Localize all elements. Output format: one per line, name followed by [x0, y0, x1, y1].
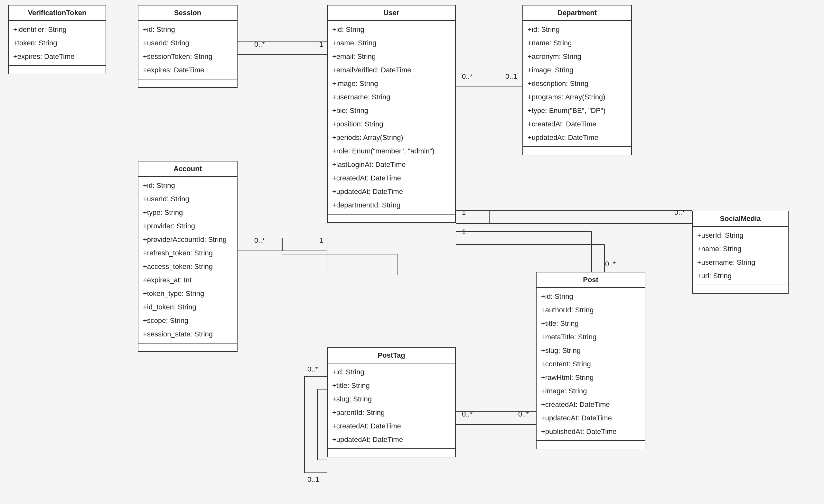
rel-session-user-right: 1 [319, 40, 323, 48]
attribute-row: +createdAt: DateTime [332, 171, 451, 185]
entity-title: User [328, 5, 455, 21]
attribute-row: +programs: Array(String) [528, 90, 627, 104]
entity-attrs: +id: String+name: String+acronym: String… [523, 21, 631, 146]
entity-attrs: +id: String+name: String+email: String+e… [328, 21, 455, 214]
attribute-row: +id_token: String [143, 300, 232, 314]
entity-posttag: PostTag +id: String+title: String+slug: … [327, 347, 456, 457]
entity-methods [328, 214, 455, 222]
entity-title: VerificationToken [9, 5, 106, 21]
attribute-row: +expires: DateTime [143, 64, 232, 77]
attribute-row: +rawHtml: String [541, 371, 640, 384]
attribute-row: +periods: Array(String) [332, 131, 451, 144]
entity-methods [138, 343, 237, 351]
attribute-row: +publishedAt: DateTime [541, 425, 640, 438]
entity-title: Session [138, 5, 237, 21]
entity-methods [693, 285, 788, 293]
rel-posttag-post-left: 0..* [462, 410, 473, 418]
entity-methods [138, 79, 237, 87]
entity-department: Department +id: String+name: String+acro… [522, 5, 632, 155]
rel-posttag-self-top: 0..* [307, 365, 318, 373]
attribute-row: +type: Enum("BE", "DP") [528, 104, 627, 117]
attribute-row: +title: String [332, 379, 451, 392]
attribute-row: +token_type: String [143, 287, 232, 300]
entity-attrs: +id: String+userId: String+type: String+… [138, 177, 237, 343]
attribute-row: +description: String [528, 77, 627, 90]
entity-methods [523, 146, 631, 155]
attribute-row: +bio: String [332, 104, 451, 117]
attribute-row: +expires_at: Int [143, 273, 232, 287]
entity-attrs: +userId: String+name: String+username: S… [693, 227, 788, 285]
attribute-row: +authorId: String [541, 303, 640, 317]
rel-posttag-post-right: 0..* [518, 410, 529, 418]
rel-user-post-right: 0..* [605, 260, 616, 268]
attribute-row: +url: String [697, 269, 784, 283]
attribute-row: +role: Enum("member", "admin") [332, 144, 451, 158]
attribute-row: +session_state: String [143, 328, 232, 341]
attribute-row: +username: String [697, 256, 784, 269]
attribute-row: +sessionToken: String [143, 50, 232, 64]
attribute-row: +position: String [332, 117, 451, 131]
entity-post: Post +id: String+authorId: String+title:… [536, 272, 645, 449]
attribute-row: +userId: String [697, 229, 784, 242]
attribute-row: +slug: String [332, 392, 451, 406]
attribute-row: +title: String [541, 317, 640, 330]
attribute-row: +image: String [528, 64, 627, 77]
entity-user: User +id: String+name: String+email: Str… [327, 5, 456, 223]
attribute-row: +expires: DateTime [13, 50, 101, 64]
attribute-row: +id: String [332, 23, 451, 36]
attribute-row: +emailVerified: DateTime [332, 64, 451, 77]
entity-title: PostTag [328, 348, 455, 363]
attribute-row: +metaTitle: String [541, 330, 640, 344]
attribute-row: +token: String [13, 36, 101, 50]
entity-session: Session +id: String+userId: String+sessi… [138, 5, 237, 88]
entity-title: Department [523, 5, 631, 21]
attribute-row: +name: String [697, 242, 784, 256]
entity-attrs: +identifier: String+token: String+expire… [9, 21, 106, 65]
attribute-row: +acronym: String [528, 50, 627, 64]
attribute-row: +name: String [332, 36, 451, 50]
attribute-row: +updatedAt: DateTime [541, 411, 640, 425]
attribute-row: +id: String [332, 365, 451, 379]
entity-attrs: +id: String+title: String+slug: String+p… [328, 363, 455, 449]
attribute-row: +id: String [541, 290, 640, 303]
entity-title: SocialMedia [693, 211, 788, 227]
attribute-row: +createdAt: DateTime [541, 398, 640, 411]
rel-account-user-left: 0..* [254, 236, 265, 245]
entity-methods [9, 65, 106, 74]
entity-title: Post [536, 272, 645, 288]
rel-user-dept-right: 0..1 [505, 73, 517, 81]
attribute-row: +image: String [332, 77, 451, 90]
attribute-row: +refresh_token: String [143, 246, 232, 260]
diagram-canvas: VerificationToken +identifier: String+to… [0, 0, 824, 504]
rel-user-dept-left: 0..* [462, 73, 473, 81]
attribute-row: +lastLoginAt: DateTime [332, 158, 451, 171]
entity-attrs: +id: String+authorId: String+title: Stri… [536, 288, 645, 440]
attribute-row: +content: String [541, 357, 640, 371]
attribute-row: +provider: String [143, 219, 232, 233]
attribute-row: +parentId: String [332, 406, 451, 419]
attribute-row: +userId: String [143, 192, 232, 206]
entity-methods [536, 440, 645, 449]
entity-account: Account +id: String+userId: String+type:… [138, 161, 237, 352]
rel-user-social-right: 0..* [674, 209, 685, 217]
rel-user-post-left: 1 [462, 228, 466, 236]
attribute-row: +createdAt: DateTime [528, 117, 627, 131]
attribute-row: +name: String [528, 36, 627, 50]
attribute-row: +id: String [143, 179, 232, 192]
attribute-row: +updatedAt: DateTime [332, 185, 451, 199]
entity-socialmedia: SocialMedia +userId: String+name: String… [692, 211, 789, 294]
attribute-row: +identifier: String [13, 23, 101, 36]
attribute-row: +image: String [541, 384, 640, 398]
attribute-row: +username: String [332, 90, 451, 104]
attribute-row: +departmentId: String [332, 199, 451, 212]
attribute-row: +scope: String [143, 314, 232, 328]
rel-posttag-self-bottom: 0..1 [307, 475, 319, 484]
attribute-row: +providerAccountId: String [143, 233, 232, 246]
attribute-row: +id: String [528, 23, 627, 36]
attribute-row: +email: String [332, 50, 451, 64]
attribute-row: +updatedAt: DateTime [332, 433, 451, 447]
attribute-row: +id: String [143, 23, 232, 36]
rel-session-user-left: 0..* [254, 40, 265, 48]
attribute-row: +updatedAt: DateTime [528, 131, 627, 144]
attribute-row: +access_token: String [143, 260, 232, 273]
